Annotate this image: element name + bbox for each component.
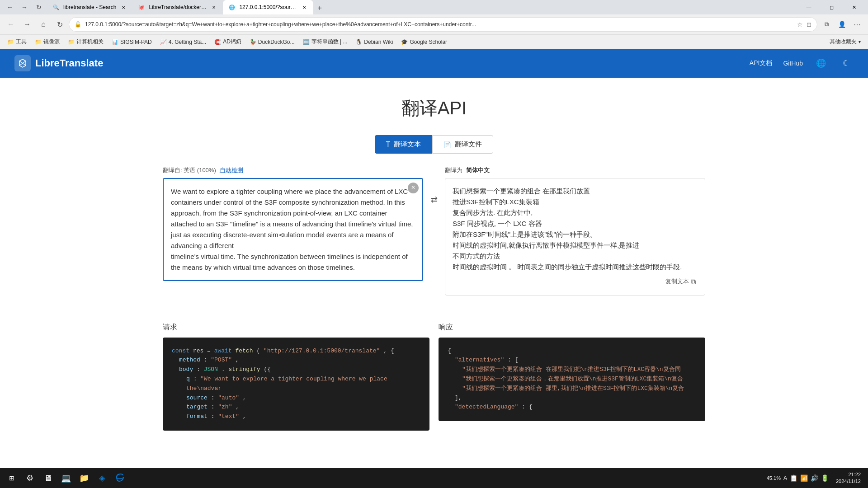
clear-source-btn[interactable]: ✕ [408, 183, 419, 193]
translate-tabs: T 翻译文本 📄 翻译文件 [9, 135, 859, 154]
lt-nav: API文档 GitHub 🌐 ☾ [750, 56, 854, 70]
folder-icon-2: 📁 [35, 39, 42, 45]
bookmark-cs[interactable]: 📁 计算机相关 [64, 36, 107, 47]
bookmark-ad-label: AD钙奶 [223, 38, 241, 46]
bookmark-tools[interactable]: 📁 工具 [4, 36, 30, 47]
tab-1[interactable]: 🔍 libretranslate - Search ✕ [47, 0, 132, 14]
back-btn[interactable]: ← [4, 17, 18, 32]
taskbar-vscode-icon[interactable]: ◈ [94, 470, 110, 486]
target-lang-name: 简体中文 [466, 167, 490, 174]
restore-btn[interactable]: ◻ [821, 0, 842, 14]
title-bar: ← → ↻ 🔍 libretranslate - Search ✕ 🐙 Libr… [0, 0, 868, 14]
taskbar-clock[interactable]: 21:22 2024/11/12 [832, 471, 864, 485]
tab-forward-btn[interactable]: → [18, 1, 31, 14]
extensions-btn[interactable]: ⧉ [819, 17, 834, 32]
tab-back-btn[interactable]: ← [4, 1, 16, 14]
taskbar-wifi-icon[interactable]: 📶 [800, 474, 808, 482]
page-title: 翻译API [9, 96, 859, 121]
nav-actions: ⧉ 👤 ⋯ [819, 17, 864, 32]
taskbar-settings-icon[interactable]: 🖥 [40, 470, 56, 486]
debian-icon: 🐧 [355, 39, 362, 45]
copy-text-btn[interactable]: 复制文本 ⧉ [453, 272, 698, 288]
taskbar-sys-icons: 45.1% A 📋 📶 🔊 🔋 [765, 474, 830, 482]
bookmark-debian[interactable]: 🐧 Debian Wiki [352, 37, 396, 47]
profile-btn[interactable]: 👤 [835, 17, 849, 32]
bookmark-duck-label: DuckDuckGo... [258, 39, 295, 45]
string-icon: 🔤 [303, 39, 310, 45]
taskbar-clipboard-icon[interactable]: 📋 [790, 474, 797, 482]
url-lock-icon: 🔓 [75, 21, 81, 28]
bookmarks-bar: 📁 工具 📁 镜像源 📁 计算机相关 📊 SIGSIM-PAD 📈 4. Get… [0, 34, 868, 49]
tab-3-close[interactable]: ✕ [301, 4, 308, 11]
target-text-content: 我们想探索一个更紧凑的组合 在那里我们放置 推进S3F控制下的LXC集装箱 复合… [453, 186, 698, 272]
page-content: LibreTranslate API文档 GitHub 🌐 ☾ 翻译API T … [0, 49, 868, 468]
other-bookmarks[interactable]: 其他收藏夹 ▾ [826, 36, 864, 47]
text-tab[interactable]: T 翻译文本 [375, 135, 433, 154]
bookmark-scholar[interactable]: 🎓 Google Scholar [397, 37, 451, 47]
url-bar[interactable]: 🔓 127.0.0.1:5000/?source=auto&target=zh&… [69, 17, 817, 32]
tab-refresh-top-btn[interactable]: ↻ [33, 1, 45, 14]
source-panel: We want to explore a tighter coupling wh… [163, 178, 423, 281]
bookmark-star-icon[interactable]: ☆ [797, 21, 803, 28]
file-tab-icon: 📄 [443, 141, 451, 148]
taskbar-files-icon[interactable]: 📁 [76, 470, 92, 486]
refresh-btn[interactable]: ↻ [52, 17, 67, 32]
bookmark-ad[interactable]: 🧲 AD钙奶 [211, 36, 245, 47]
bookmark-duckduckgo[interactable]: 🦆 DuckDuckGo... [246, 37, 298, 47]
bookmark-getting[interactable]: 📈 4. Getting Sta... [156, 37, 210, 47]
globe-icon[interactable]: 🌐 [814, 56, 828, 70]
target-lang-label: 翻译为 简体中文 [445, 166, 705, 174]
theme-icon[interactable]: ☾ [839, 56, 854, 70]
tab-2[interactable]: 🐙 LibreTranslate/docker-... ✕ [132, 0, 223, 14]
taskbar-ime-icon[interactable]: A [783, 475, 787, 481]
bookmark-sigsim[interactable]: 📊 SIGSIM-PAD [108, 37, 156, 47]
new-tab-btn[interactable]: + [313, 2, 326, 14]
tab-3-title: 127.0.0.1:5000/?source=... [239, 4, 297, 10]
request-code-block: const res = await fetch ( "http://127.0.… [163, 338, 429, 431]
tab-list: 🔍 libretranslate - Search ✕ 🐙 LibreTrans… [47, 0, 797, 14]
request-title: 请求 [163, 323, 429, 332]
github-link[interactable]: GitHub [783, 60, 803, 67]
menu-btn[interactable]: ⋯ [850, 17, 864, 32]
taskbar-edge-icon[interactable] [112, 470, 128, 486]
swap-languages-btn[interactable]: ⇄ [427, 192, 441, 207]
source-lang-label: 翻译自: 英语 (100%) 自动检测 [163, 166, 423, 174]
lt-header: LibreTranslate API文档 GitHub 🌐 ☾ [0, 49, 868, 78]
text-tab-icon: T [386, 141, 391, 149]
folder-icon-3: 📁 [68, 39, 75, 45]
taskbar-start-icon[interactable]: ⚙ [22, 470, 38, 486]
other-bookmarks-chevron: ▾ [859, 39, 861, 44]
response-col: 响应 { "alternatives" : [ "我们想探索一个更紧凑的组合 在… [439, 323, 705, 431]
target-panel: 我们想探索一个更紧凑的组合 在那里我们放置 推进S3F控制下的LXC集装箱 复合… [445, 178, 705, 296]
tab-3[interactable]: 🌐 127.0.0.1:5000/?source=... ✕ [223, 0, 313, 14]
translate-to-label: 翻译为 [445, 167, 462, 174]
copy-text-label: 复制文本 [665, 277, 689, 286]
file-tab[interactable]: 📄 翻译文件 [432, 135, 493, 154]
taskbar-battery-icon[interactable]: 🔋 [821, 474, 829, 482]
auto-detect-link[interactable]: 自动检测 [220, 167, 243, 174]
bookmark-string-fn[interactable]: 🔤 字符串函数 | ... [299, 36, 351, 47]
bookmark-cs-label: 计算机相关 [76, 38, 104, 46]
getting-icon: 📈 [160, 39, 167, 45]
navigation-bar: ← → ⌂ ↻ 🔓 127.0.0.1:5000/?source=auto&ta… [0, 14, 868, 34]
folder-icon: 📁 [7, 39, 14, 45]
copy-icon: ⧉ [691, 276, 696, 288]
forward-btn[interactable]: → [20, 17, 34, 32]
bookmark-sigsim-label: SIGSIM-PAD [120, 39, 152, 45]
lt-logo-icon [14, 55, 31, 71]
taskbar-volume-icon[interactable]: 🔊 [811, 474, 818, 482]
minimize-btn[interactable]: — [798, 0, 819, 14]
swap-spacer [423, 166, 445, 174]
source-text-box[interactable]: We want to explore a tighter coupling wh… [163, 178, 423, 281]
home-btn[interactable]: ⌂ [36, 17, 51, 32]
tab-1-close[interactable]: ✕ [120, 4, 127, 11]
taskbar-search-icon[interactable]: ⊞ [4, 470, 20, 486]
close-btn[interactable]: ✕ [844, 0, 864, 14]
bookmark-mirror[interactable]: 📁 镜像源 [31, 36, 63, 47]
api-docs-link[interactable]: API文档 [750, 59, 773, 67]
lang-labels-row: 翻译自: 英语 (100%) 自动检测 翻译为 简体中文 [163, 166, 705, 174]
sigsim-icon: 📊 [112, 39, 118, 45]
screen-cast-icon[interactable]: ⊡ [807, 21, 811, 28]
tab-2-close[interactable]: ✕ [210, 4, 217, 11]
taskbar-terminal-icon[interactable]: 💻 [58, 470, 74, 486]
